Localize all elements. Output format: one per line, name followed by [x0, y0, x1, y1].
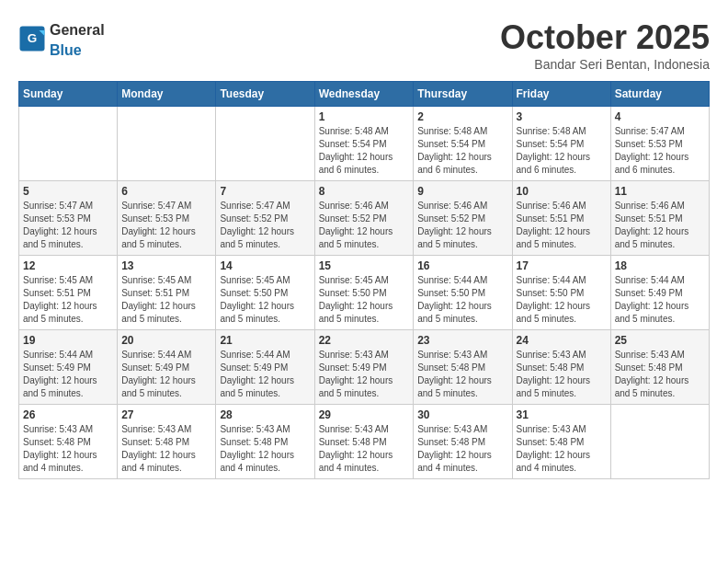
logo: G General Blue: [18, 18, 105, 59]
day-number: 26: [23, 408, 113, 421]
calendar-cell: 9Sunrise: 5:46 AM Sunset: 5:52 PM Daylig…: [414, 181, 512, 256]
calendar-cell: 10Sunrise: 5:46 AM Sunset: 5:51 PM Dayli…: [512, 181, 610, 256]
calendar-cell: 24Sunrise: 5:43 AM Sunset: 5:48 PM Dayli…: [512, 330, 610, 405]
day-number: 30: [417, 408, 507, 421]
day-number: 19: [23, 334, 113, 347]
calendar-table: SundayMondayTuesdayWednesdayThursdayFrid…: [18, 81, 710, 479]
calendar-cell: 15Sunrise: 5:45 AM Sunset: 5:50 PM Dayli…: [314, 256, 414, 330]
day-info: Sunrise: 5:48 AM Sunset: 5:54 PM Dayligh…: [417, 125, 507, 177]
calendar-cell: 27Sunrise: 5:43 AM Sunset: 5:48 PM Dayli…: [118, 405, 216, 479]
logo-icon: G: [18, 25, 46, 52]
calendar-cell: 3Sunrise: 5:48 AM Sunset: 5:54 PM Daylig…: [512, 107, 610, 181]
calendar-cell: 20Sunrise: 5:44 AM Sunset: 5:49 PM Dayli…: [118, 330, 216, 405]
week-row-5: 26Sunrise: 5:43 AM Sunset: 5:48 PM Dayli…: [19, 405, 710, 479]
header-row: SundayMondayTuesdayWednesdayThursdayFrid…: [19, 82, 710, 107]
day-number: 25: [615, 334, 705, 347]
week-row-3: 12Sunrise: 5:45 AM Sunset: 5:51 PM Dayli…: [19, 256, 710, 330]
day-number: 10: [517, 185, 607, 198]
calendar-cell: [610, 405, 709, 479]
calendar-cell: 14Sunrise: 5:45 AM Sunset: 5:50 PM Dayli…: [216, 256, 314, 330]
day-number: 29: [319, 408, 410, 421]
day-number: 20: [121, 334, 211, 347]
day-info: Sunrise: 5:46 AM Sunset: 5:51 PM Dayligh…: [615, 200, 705, 251]
day-info: Sunrise: 5:43 AM Sunset: 5:48 PM Dayligh…: [417, 349, 507, 400]
day-info: Sunrise: 5:44 AM Sunset: 5:49 PM Dayligh…: [23, 349, 113, 400]
svg-text:G: G: [28, 31, 38, 45]
calendar-cell: 28Sunrise: 5:43 AM Sunset: 5:48 PM Dayli…: [216, 405, 314, 479]
day-number: 23: [417, 334, 507, 347]
day-number: 1: [319, 110, 410, 123]
day-number: 14: [220, 259, 310, 272]
day-number: 27: [121, 408, 211, 421]
location-subtitle: Bandar Seri Bentan, Indonesia: [500, 57, 710, 72]
day-number: 16: [417, 259, 507, 272]
header-day-monday: Monday: [118, 82, 216, 107]
calendar-cell: 30Sunrise: 5:43 AM Sunset: 5:48 PM Dayli…: [414, 405, 512, 479]
day-number: 15: [319, 259, 410, 272]
week-row-2: 5Sunrise: 5:47 AM Sunset: 5:53 PM Daylig…: [19, 181, 710, 256]
day-number: 31: [517, 408, 607, 421]
day-number: 9: [417, 185, 507, 198]
header-day-tuesday: Tuesday: [216, 82, 314, 107]
day-number: 5: [23, 185, 113, 198]
day-info: Sunrise: 5:44 AM Sunset: 5:49 PM Dayligh…: [121, 349, 211, 400]
day-info: Sunrise: 5:44 AM Sunset: 5:50 PM Dayligh…: [517, 274, 607, 326]
day-number: 12: [23, 259, 113, 272]
calendar-body: 1Sunrise: 5:48 AM Sunset: 5:54 PM Daylig…: [19, 107, 710, 479]
day-number: 11: [615, 185, 705, 198]
calendar-cell: [216, 107, 314, 181]
page-header: G General Blue October 2025 Bandar Seri …: [18, 18, 710, 72]
calendar-cell: 7Sunrise: 5:47 AM Sunset: 5:52 PM Daylig…: [216, 181, 314, 256]
header-day-thursday: Thursday: [414, 82, 512, 107]
day-number: 17: [517, 259, 607, 272]
day-info: Sunrise: 5:43 AM Sunset: 5:48 PM Dayligh…: [417, 423, 507, 475]
calendar-cell: 2Sunrise: 5:48 AM Sunset: 5:54 PM Daylig…: [414, 107, 512, 181]
day-info: Sunrise: 5:48 AM Sunset: 5:54 PM Dayligh…: [517, 125, 607, 177]
title-section: October 2025 Bandar Seri Bentan, Indones…: [500, 18, 710, 72]
header-day-wednesday: Wednesday: [314, 82, 414, 107]
day-info: Sunrise: 5:45 AM Sunset: 5:51 PM Dayligh…: [121, 274, 211, 326]
day-info: Sunrise: 5:43 AM Sunset: 5:48 PM Dayligh…: [121, 423, 211, 475]
day-info: Sunrise: 5:44 AM Sunset: 5:49 PM Dayligh…: [615, 274, 705, 326]
calendar-cell: 16Sunrise: 5:44 AM Sunset: 5:50 PM Dayli…: [414, 256, 512, 330]
calendar-cell: 8Sunrise: 5:46 AM Sunset: 5:52 PM Daylig…: [314, 181, 414, 256]
calendar-cell: 22Sunrise: 5:43 AM Sunset: 5:49 PM Dayli…: [314, 330, 414, 405]
day-number: 13: [121, 259, 211, 272]
day-info: Sunrise: 5:43 AM Sunset: 5:48 PM Dayligh…: [319, 423, 410, 475]
calendar-cell: 19Sunrise: 5:44 AM Sunset: 5:49 PM Dayli…: [19, 330, 118, 405]
day-info: Sunrise: 5:47 AM Sunset: 5:53 PM Dayligh…: [615, 125, 705, 177]
calendar-cell: 5Sunrise: 5:47 AM Sunset: 5:53 PM Daylig…: [19, 181, 118, 256]
calendar-cell: 17Sunrise: 5:44 AM Sunset: 5:50 PM Dayli…: [512, 256, 610, 330]
calendar-cell: 13Sunrise: 5:45 AM Sunset: 5:51 PM Dayli…: [118, 256, 216, 330]
week-row-4: 19Sunrise: 5:44 AM Sunset: 5:49 PM Dayli…: [19, 330, 710, 405]
day-info: Sunrise: 5:47 AM Sunset: 5:53 PM Dayligh…: [121, 200, 211, 251]
day-info: Sunrise: 5:47 AM Sunset: 5:52 PM Dayligh…: [220, 200, 310, 251]
day-number: 8: [319, 185, 410, 198]
calendar-cell: [19, 107, 118, 181]
day-number: 21: [220, 334, 310, 347]
day-info: Sunrise: 5:44 AM Sunset: 5:49 PM Dayligh…: [220, 349, 310, 400]
day-number: 6: [121, 185, 211, 198]
calendar-cell: 11Sunrise: 5:46 AM Sunset: 5:51 PM Dayli…: [610, 181, 709, 256]
day-info: Sunrise: 5:48 AM Sunset: 5:54 PM Dayligh…: [319, 125, 410, 177]
day-number: 2: [417, 110, 507, 123]
day-info: Sunrise: 5:46 AM Sunset: 5:52 PM Dayligh…: [319, 200, 410, 251]
calendar-cell: 18Sunrise: 5:44 AM Sunset: 5:49 PM Dayli…: [610, 256, 709, 330]
day-info: Sunrise: 5:47 AM Sunset: 5:53 PM Dayligh…: [23, 200, 113, 251]
calendar-cell: 25Sunrise: 5:43 AM Sunset: 5:48 PM Dayli…: [610, 330, 709, 405]
month-title: October 2025: [500, 18, 710, 57]
calendar-cell: 1Sunrise: 5:48 AM Sunset: 5:54 PM Daylig…: [314, 107, 414, 181]
calendar-cell: [118, 107, 216, 181]
day-number: 3: [517, 110, 607, 123]
day-info: Sunrise: 5:46 AM Sunset: 5:52 PM Dayligh…: [417, 200, 507, 251]
day-number: 24: [517, 334, 607, 347]
day-info: Sunrise: 5:43 AM Sunset: 5:48 PM Dayligh…: [220, 423, 310, 475]
day-info: Sunrise: 5:45 AM Sunset: 5:50 PM Dayligh…: [319, 274, 410, 326]
day-number: 4: [615, 110, 705, 123]
calendar-cell: 26Sunrise: 5:43 AM Sunset: 5:48 PM Dayli…: [19, 405, 118, 479]
day-info: Sunrise: 5:46 AM Sunset: 5:51 PM Dayligh…: [517, 200, 607, 251]
day-info: Sunrise: 5:45 AM Sunset: 5:50 PM Dayligh…: [220, 274, 310, 326]
day-info: Sunrise: 5:44 AM Sunset: 5:50 PM Dayligh…: [417, 274, 507, 326]
calendar-cell: 6Sunrise: 5:47 AM Sunset: 5:53 PM Daylig…: [118, 181, 216, 256]
logo-general-text: General Blue: [50, 18, 105, 59]
